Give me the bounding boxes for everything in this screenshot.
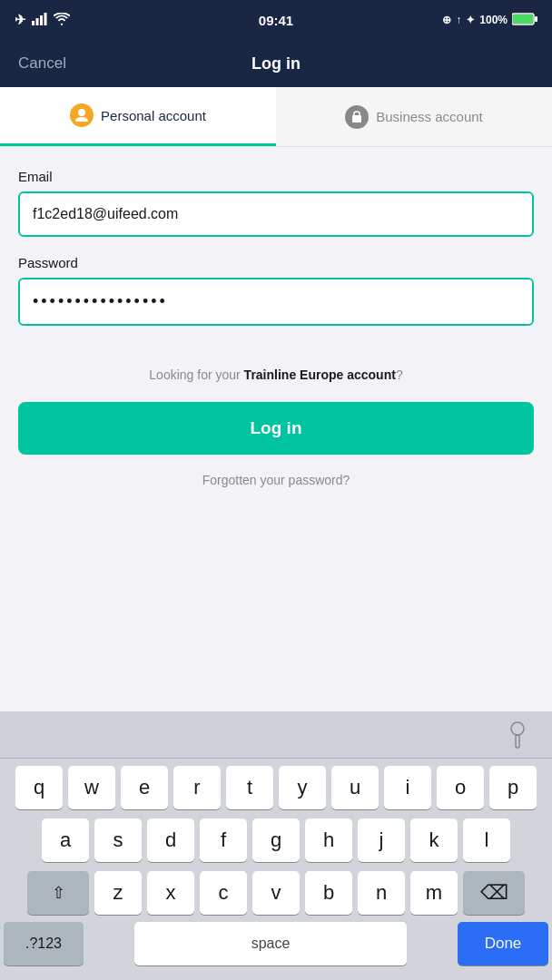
key-icon-area [498,718,537,752]
key-m[interactable]: m [410,871,458,915]
keyboard-row-3: ⇧ z x c v b n m ⌫ [4,871,548,915]
battery-text: 100% [479,14,508,26]
svg-point-9 [511,722,524,735]
key-shift[interactable]: ⇧ [27,871,89,915]
signal-icon [32,13,48,28]
email-input[interactable] [18,191,534,237]
password-label: Password [18,255,534,270]
key-g[interactable]: g [252,818,300,862]
key-done[interactable]: Done [458,922,548,965]
svg-point-7 [78,109,85,116]
key-n[interactable]: n [358,871,405,915]
svg-rect-10 [516,735,519,748]
svg-rect-5 [513,15,533,24]
email-label: Email [18,169,534,184]
status-bar: ✈ 09:41 ⊕ ↑ ✦ 100% [0,0,552,40]
key-x[interactable]: x [147,871,194,915]
bluetooth-icon: ✦ [466,14,475,26]
arrow-up-icon: ↑ [456,14,461,26]
key-e[interactable]: e [121,766,168,809]
cancel-button[interactable]: Cancel [18,54,66,73]
status-left: ✈ [15,12,70,28]
key-t[interactable]: t [226,766,273,809]
trainline-prompt: Looking for your Trainline Europe accoun… [0,358,552,391]
business-account-label: Business account [376,109,483,124]
page-title: Log in [251,54,301,74]
trainline-text-after: ? [396,368,403,382]
trainline-link[interactable]: Trainline Europe account [244,368,396,382]
key-p[interactable]: p [489,766,537,809]
keyboard: q w e r t y u i o p a s d f g h j k l ⇧ … [0,711,552,980]
keyboard-rows: q w e r t y u i o p a s d f g h j k l ⇧ … [0,759,552,918]
key-c[interactable]: c [200,871,247,915]
keyboard-row-1: q w e r t y u i o p [4,766,548,809]
login-button[interactable]: Log in [18,402,534,455]
key-f[interactable]: f [200,818,247,862]
key-a[interactable]: a [42,818,89,862]
svg-rect-6 [535,16,537,22]
key-space[interactable]: space [134,922,407,965]
account-tabs: Personal account Business account [0,87,552,147]
key-s[interactable]: s [94,818,142,862]
key-r[interactable]: r [173,766,221,809]
svg-rect-1 [36,18,39,25]
business-account-icon [345,105,369,129]
key-u[interactable]: u [331,766,379,809]
key-j[interactable]: j [358,818,405,862]
key-numbers[interactable]: .?123 [4,922,84,965]
key-y[interactable]: y [279,766,326,809]
keyboard-row-2: a s d f g h j k l [4,818,548,862]
personal-account-icon [70,103,94,127]
wifi-icon [54,13,70,28]
svg-rect-8 [352,115,361,122]
key-v[interactable]: v [252,871,300,915]
key-h[interactable]: h [305,818,352,862]
status-time: 09:41 [259,13,293,28]
keyboard-toolbar [0,711,552,759]
key-b[interactable]: b [305,871,352,915]
svg-rect-3 [44,13,47,25]
key-z[interactable]: z [94,871,142,915]
forgotten-password[interactable]: Forgotten your password? [0,466,552,495]
svg-rect-0 [32,21,34,25]
password-input[interactable] [18,278,534,326]
nav-bar: Cancel Log in [0,40,552,87]
key-k[interactable]: k [410,818,458,862]
key-i[interactable]: i [384,766,431,809]
svg-rect-2 [40,15,43,25]
key-delete[interactable]: ⌫ [463,871,525,915]
key-l[interactable]: l [463,818,510,862]
tab-business[interactable]: Business account [276,87,552,146]
status-right: ⊕ ↑ ✦ 100% [442,13,537,28]
location-icon: ⊕ [442,14,451,26]
key-d[interactable]: d [147,818,194,862]
tab-personal[interactable]: Personal account [0,87,276,146]
key-w[interactable]: w [68,766,115,809]
key-o[interactable]: o [437,766,484,809]
airplane-icon: ✈ [15,12,26,28]
battery-icon [512,13,537,28]
form-area: Email Password [0,147,552,358]
trainline-text-before: Looking for your [149,368,243,382]
key-q[interactable]: q [15,766,63,809]
personal-account-label: Personal account [101,108,206,123]
keyboard-bottom-row: .?123 space Done [0,918,552,980]
